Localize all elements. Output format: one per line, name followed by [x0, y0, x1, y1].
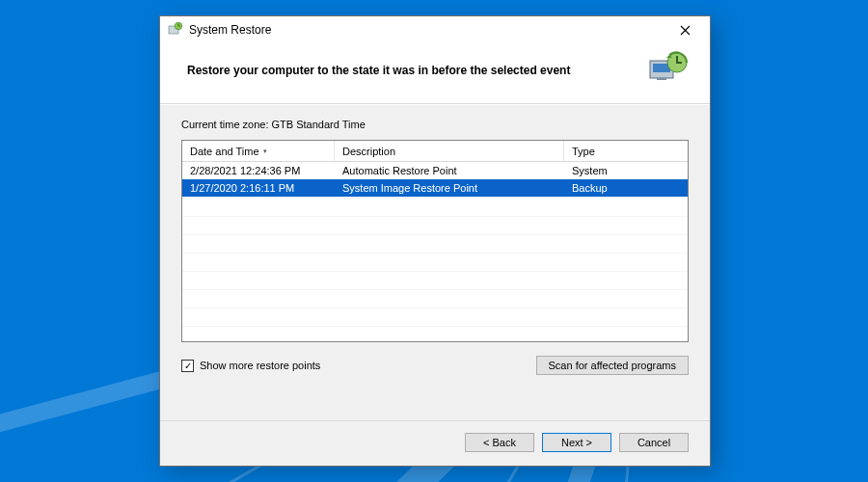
cell-desc: System Image Restore Point — [335, 182, 564, 194]
timezone-label: Current time zone: GTB Standard Time — [181, 119, 689, 130]
svg-rect-4 — [657, 78, 666, 80]
column-header-date[interactable]: Date and Time ▾ — [182, 141, 335, 161]
column-header-type[interactable]: Type — [564, 141, 688, 161]
back-button[interactable]: < Back — [465, 433, 534, 452]
table-row[interactable]: 2/28/2021 12:24:36 PMAutomatic Restore P… — [182, 162, 688, 179]
sort-descending-icon: ▾ — [263, 147, 267, 155]
cell-date: 1/27/2020 2:16:11 PM — [182, 182, 335, 194]
column-header-label: Type — [572, 146, 595, 157]
column-header-description[interactable]: Description — [335, 141, 564, 161]
cell-type: Backup — [564, 182, 688, 194]
system-restore-window: System Restore Restore your computer to … — [159, 15, 711, 467]
next-button[interactable]: Next > — [542, 433, 611, 452]
body: Current time zone: GTB Standard Time Dat… — [160, 104, 710, 420]
show-more-restore-points-checkbox[interactable]: ✓ Show more restore points — [181, 360, 320, 372]
scan-affected-programs-button[interactable]: Scan for affected programs — [536, 356, 689, 375]
close-button[interactable] — [667, 16, 702, 43]
cell-type: System — [564, 165, 688, 176]
cell-date: 2/28/2021 12:24:36 PM — [182, 165, 335, 176]
checkbox-icon: ✓ — [181, 360, 194, 372]
window-title: System Restore — [189, 23, 271, 37]
column-header-label: Date and Time — [190, 146, 259, 157]
table-header: Date and Time ▾ Description Type — [182, 141, 688, 162]
header: Restore your computer to the state it wa… — [160, 43, 710, 104]
table-row[interactable]: 1/27/2020 2:16:11 PMSystem Image Restore… — [182, 179, 688, 197]
below-table-row: ✓ Show more restore points Scan for affe… — [181, 342, 689, 375]
titlebar: System Restore — [160, 16, 710, 43]
table-body: 2/28/2021 12:24:36 PMAutomatic Restore P… — [182, 162, 688, 341]
system-restore-app-icon — [168, 22, 183, 38]
cancel-button[interactable]: Cancel — [619, 433, 689, 452]
header-heading: Restore your computer to the state it wa… — [187, 64, 570, 77]
wizard-footer: < Back Next > Cancel — [160, 420, 710, 466]
checkbox-label: Show more restore points — [200, 360, 320, 371]
restore-points-table: Date and Time ▾ Description Type 2/28/20… — [181, 140, 689, 342]
close-icon — [680, 25, 691, 36]
cell-desc: Automatic Restore Point — [335, 165, 564, 176]
column-header-label: Description — [342, 146, 395, 157]
restore-icon — [648, 51, 689, 90]
